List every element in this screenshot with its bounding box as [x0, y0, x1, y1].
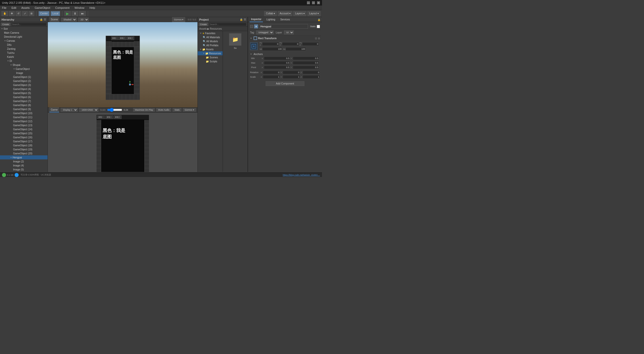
all-materials-item[interactable]: 🔍 All Materials: [198, 35, 223, 39]
account-btn[interactable]: Account ▾: [278, 11, 292, 16]
game-gizmos-btn[interactable]: Gizmos ▾: [183, 108, 196, 112]
scale-slider[interactable]: [107, 108, 122, 111]
hierarchy-search-input[interactable]: [11, 23, 47, 26]
tree-item-tuichu[interactable]: Tuichu: [0, 51, 48, 55]
game-btn-2[interactable]: 按钮二: [105, 115, 113, 119]
tree-item-go12[interactable]: GameObject (12): [0, 119, 48, 123]
object-active-checkbox[interactable]: [250, 25, 253, 28]
layers-btn[interactable]: Layers ▾: [293, 11, 306, 16]
stats-btn[interactable]: Stats: [173, 108, 181, 112]
tree-item-go15[interactable]: GameObject (15): [0, 131, 48, 135]
rect-constraint-btn[interactable]: ⊟: [318, 37, 320, 40]
tree-item-go13[interactable]: GameObject (13): [0, 123, 48, 127]
add-component-btn[interactable]: Add Component: [266, 81, 304, 86]
tree-item-go17[interactable]: GameObject (17): [0, 139, 48, 143]
tree-item-go10[interactable]: GameObject (10): [0, 111, 48, 115]
pivot-center-btn[interactable]: Center: [38, 11, 50, 16]
tab-scene[interactable]: Scene: [49, 17, 60, 22]
tree-item-go18[interactable]: GameObject (18): [0, 143, 48, 147]
tree-item-image[interactable]: Image: [0, 71, 48, 75]
width-input[interactable]: [262, 47, 283, 51]
tree-item-go6[interactable]: GameObject (6): [0, 95, 48, 99]
rect-transform-header[interactable]: ▼ Rect Transform ⊡ ⊟: [249, 36, 321, 41]
static-checkbox[interactable]: [317, 25, 320, 28]
view-2d-dropdown[interactable]: 2D: [78, 18, 89, 22]
height-input[interactable]: [286, 47, 306, 51]
tool-rect[interactable]: ⊞: [29, 11, 34, 16]
anchor-preset-btn[interactable]: [250, 42, 258, 50]
tag-dropdown[interactable]: Untagged: [256, 30, 274, 34]
game-object-preview[interactable]: 按钮一 按钮二 按钮三 黑色：我是底图: [96, 115, 149, 172]
gizmos-btn[interactable]: Gizmos ▾: [172, 17, 185, 22]
game-btn-3[interactable]: 按钮三: [114, 115, 122, 119]
menu-assets[interactable]: Assets: [20, 6, 31, 9]
menu-component[interactable]: Component: [54, 6, 70, 9]
project-create-btn[interactable]: Create: [199, 23, 208, 26]
tree-item-go3[interactable]: GameObject (3): [0, 83, 48, 87]
close-btn[interactable]: ✕: [317, 1, 320, 4]
tree-item-go14[interactable]: GameObject (14): [0, 127, 48, 131]
anchor-max-y-input[interactable]: [293, 61, 319, 65]
tree-item-main-camera[interactable]: Main Camera: [0, 31, 48, 35]
menu-gameobject[interactable]: GameObject: [34, 6, 51, 9]
tree-item-go16[interactable]: GameObject (16): [0, 135, 48, 139]
anchor-min-x-input[interactable]: [264, 57, 290, 60]
space-local-btn[interactable]: Local: [51, 11, 60, 16]
pivot-y-input[interactable]: [293, 66, 319, 69]
pos-y-input[interactable]: [282, 42, 299, 46]
minimize-btn[interactable]: —: [307, 1, 310, 4]
tree-item-go11[interactable]: GameObject (11): [0, 115, 48, 119]
pos-z-input[interactable]: [302, 42, 319, 46]
hierarchy-menu-icon[interactable]: ☰: [44, 18, 46, 21]
favorites-item[interactable]: ▼ ★ Favorites: [198, 31, 223, 35]
rect-blueprint-btn[interactable]: ⊡: [315, 37, 317, 40]
menu-edit[interactable]: Edit: [11, 6, 17, 9]
menu-file[interactable]: File: [1, 6, 8, 9]
tree-item-directional-light[interactable]: Directional Light: [0, 35, 48, 39]
tree-item-img6[interactable]: Image (6): [0, 171, 48, 172]
game-resolution-dropdown[interactable]: 1600×2560: [79, 108, 98, 112]
hierarchy-create-btn[interactable]: Create: [1, 23, 10, 26]
tree-item-go20[interactable]: GameObject (20): [0, 151, 48, 155]
scenes-item[interactable]: 📁 Scenes: [198, 55, 223, 59]
tree-item-img4[interactable]: Image (4): [0, 163, 48, 167]
su-asset[interactable]: 📁 Su: [224, 32, 247, 49]
rotation-y-input[interactable]: [283, 71, 300, 74]
project-search-input[interactable]: [209, 23, 247, 26]
tree-item-difu[interactable]: Difu: [0, 43, 48, 47]
game-display-dropdown[interactable]: Display 1: [61, 108, 78, 112]
tree-item-go5[interactable]: GameObject (5): [0, 91, 48, 95]
tree-item-canvas[interactable]: ▼ Canvas: [0, 39, 48, 43]
rotation-x-input[interactable]: [263, 71, 280, 74]
tree-item-go19[interactable]: GameObject (19): [0, 147, 48, 151]
layout-btn[interactable]: Layout ▾: [307, 11, 320, 16]
tree-item-go8[interactable]: GameObject (8): [0, 103, 48, 107]
project-lock-icon[interactable]: 🔒: [240, 18, 243, 21]
project-menu-icon[interactable]: ☰: [244, 18, 246, 21]
tree-item-kaishi[interactable]: Kaishi: [0, 55, 48, 59]
pos-x-input[interactable]: 0: [262, 42, 279, 46]
tree-item-sce[interactable]: ▼ Sce: [0, 27, 48, 31]
menu-window[interactable]: Window: [73, 6, 85, 9]
step-btn[interactable]: ⏭: [79, 11, 86, 16]
resources-item[interactable]: ▼ 📁 Resources: [198, 51, 223, 55]
tree-item-go9[interactable]: GameObject (9): [0, 107, 48, 111]
shading-mode-dropdown[interactable]: Shaded: [61, 18, 77, 22]
tab-services[interactable]: Services: [279, 17, 291, 22]
anchor-max-x-input[interactable]: [264, 61, 290, 65]
tool-rotate[interactable]: ↺: [16, 11, 21, 16]
scene-btn-3[interactable]: 按钮三: [127, 37, 134, 40]
maximize-btn[interactable]: □: [312, 1, 315, 4]
anchor-min-y-input[interactable]: [293, 57, 319, 60]
all-models-item[interactable]: 🔍 All Models: [198, 39, 223, 43]
play-btn[interactable]: ▶: [64, 11, 71, 16]
tab-lighting[interactable]: Lighting: [265, 17, 277, 22]
game-btn-1[interactable]: 按钮一: [97, 115, 105, 119]
scene-btn-2[interactable]: 按钮二: [119, 37, 126, 40]
hierarchy-lock-icon[interactable]: 🔒: [40, 18, 43, 21]
collab-btn[interactable]: Collab ▾: [264, 11, 277, 16]
tree-item-go7[interactable]: GameObject (7): [0, 99, 48, 103]
anchors-header[interactable]: ▼ Anchors: [250, 52, 320, 56]
tool-hand[interactable]: ✋: [2, 11, 8, 16]
tree-item-img5[interactable]: Image (5): [0, 167, 48, 171]
